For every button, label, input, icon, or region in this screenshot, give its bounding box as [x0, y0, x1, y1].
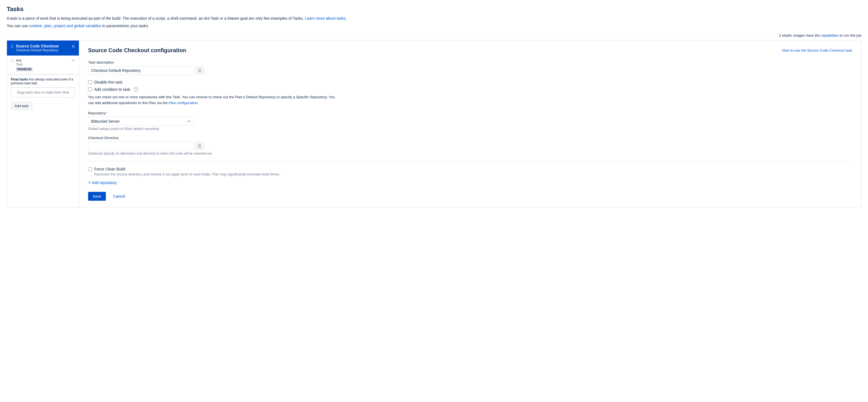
repo-description: You can check out one or more repositori…: [88, 94, 338, 106]
checkout-dir-icon-btn[interactable]: ☰: [195, 142, 204, 150]
add-icon: +: [88, 180, 91, 185]
sidebar-item-ant-type: Task: [16, 63, 72, 66]
force-clean-label[interactable]: Force Clean Build: [94, 167, 125, 171]
variables-note: You can use runtime, plan, project and g…: [7, 23, 861, 29]
checkout-dir-label: Checkout Directory: [88, 136, 852, 140]
page-description: A task is a piece of work that is being …: [7, 15, 861, 21]
checkout-dir-group: Checkout Directory ☰ (Optional) Specify …: [88, 136, 852, 156]
task-description-label: Task description: [88, 60, 852, 64]
sidebar-item-checkout-subtitle: Checkout Default Repository: [16, 48, 69, 52]
page-title: Tasks: [7, 5, 861, 13]
repository-select[interactable]: (default) Bitbucket Server Specific Repo…: [88, 117, 194, 126]
config-header: Source Code Checkout configuration How t…: [88, 47, 852, 54]
condition-help-icon[interactable]: ?: [134, 87, 138, 92]
plan-config-link[interactable]: Plan configuration: [169, 101, 197, 105]
sidebar-item-ant-content: Ant Task DISABLED: [16, 58, 72, 71]
add-condition-checkbox[interactable]: [88, 88, 92, 91]
final-tasks-section: Final tasks Are always executed even if …: [7, 74, 79, 113]
help-link[interactable]: How to use the Source Code Checkout task: [782, 48, 852, 53]
checkout-dir-input[interactable]: [88, 142, 194, 150]
add-repository-row: + Add repository: [88, 180, 852, 185]
repository-group: Repository* (default) Bitbucket Server S…: [88, 111, 852, 131]
tasks-page: Tasks A task is a piece of work that is …: [0, 0, 868, 213]
sidebar: Source Code Checkout Checkout Default Re…: [7, 40, 79, 207]
save-button[interactable]: Save: [88, 192, 106, 201]
cancel-button[interactable]: Cancel: [108, 192, 130, 201]
sidebar-item-checkout[interactable]: Source Code Checkout Checkout Default Re…: [7, 40, 79, 56]
capabilities-bar: 2 elastic images have the capabilities t…: [7, 33, 861, 37]
close-ant-icon[interactable]: ✕: [72, 58, 75, 63]
repository-label: Repository*: [88, 111, 852, 115]
capabilities-link[interactable]: capabilities: [821, 33, 839, 37]
force-clean-content: Force Clean Build Removes the source dir…: [94, 167, 280, 176]
task-description-icon-btn[interactable]: ☰: [195, 66, 204, 75]
action-buttons: Save Cancel: [88, 192, 852, 201]
main-layout: Source Code Checkout Checkout Default Re…: [7, 40, 861, 208]
add-condition-label[interactable]: Add condition to task: [94, 87, 130, 92]
sidebar-item-checkout-title: Source Code Checkout: [16, 44, 69, 48]
drag-handle-ant: [11, 59, 13, 63]
sidebar-item-ant[interactable]: Ant Task DISABLED ✕: [7, 56, 79, 74]
task-description-input-row: ☰: [88, 66, 852, 75]
task-description-group: Task description ☰: [88, 60, 852, 75]
add-task-button[interactable]: Add task: [11, 102, 32, 110]
close-checkout-icon[interactable]: ✕: [71, 44, 75, 49]
required-indicator: *: [105, 111, 107, 115]
disable-task-row: Disable this task: [88, 80, 852, 85]
disable-task-checkbox[interactable]: [88, 80, 92, 84]
checkout-dir-hint: (Optional) Specify an alternative sub-di…: [88, 152, 852, 156]
drag-handle-checkout: [11, 44, 13, 48]
drag-zone: Drag tasks here to make them final: [11, 88, 75, 97]
force-clean-row: Force Clean Build Removes the source dir…: [88, 167, 852, 176]
task-description-input[interactable]: [88, 66, 194, 75]
main-content: Source Code Checkout configuration How t…: [79, 40, 861, 207]
checkout-dir-input-row: ☰: [88, 142, 852, 150]
add-condition-row: Add condition to task ?: [88, 87, 852, 92]
default-hint: Default always points to Plans default r…: [88, 127, 852, 131]
variables-link[interactable]: runtime, plan, project and global variab…: [29, 24, 101, 28]
add-repository-link[interactable]: + Add repository: [88, 180, 117, 185]
force-clean-description: Removes the source directory and checks …: [94, 172, 280, 176]
disable-task-label[interactable]: Disable this task: [94, 80, 123, 85]
config-title: Source Code Checkout configuration: [88, 47, 186, 54]
disabled-badge: DISABLED: [16, 67, 33, 71]
learn-more-link[interactable]: Learn more about tasks.: [305, 16, 347, 21]
sidebar-item-checkout-content: Source Code Checkout Checkout Default Re…: [16, 44, 69, 52]
divider: [88, 161, 852, 161]
final-tasks-label: Final tasks Are always executed even if …: [11, 77, 75, 85]
sidebar-item-ant-name: Ant: [16, 58, 72, 63]
force-clean-checkbox[interactable]: [88, 167, 92, 171]
